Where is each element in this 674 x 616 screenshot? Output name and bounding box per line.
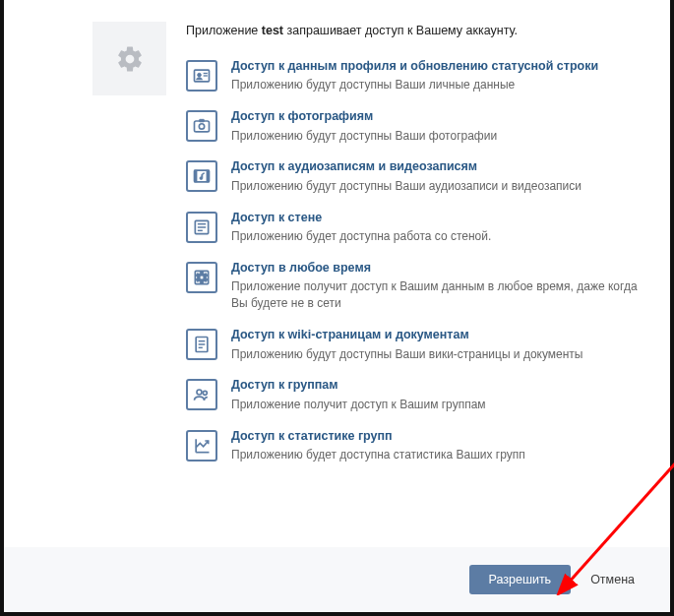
- permission-desc: Приложению будет доступна работа со стен…: [231, 228, 641, 245]
- svg-rect-4: [195, 121, 210, 132]
- permission-item: Доступ к данным профиля и обновлению ста…: [186, 58, 641, 93]
- permission-desc: Приложению будут доступны Ваши личные да…: [231, 77, 641, 93]
- permission-title: Доступ к группам: [231, 377, 641, 395]
- permission-item: Доступ к группамПриложение получит досту…: [186, 377, 641, 412]
- cancel-button[interactable]: Отмена: [584, 565, 641, 594]
- groups-icon: [186, 379, 217, 410]
- permission-item: Доступ к wiki-страницам и документамПрил…: [186, 327, 641, 362]
- svg-point-20: [203, 392, 207, 396]
- svg-rect-8: [195, 171, 198, 183]
- gear-icon: [115, 44, 145, 74]
- permission-desc: Приложение получит доступ к Вашим данным…: [231, 278, 641, 312]
- permission-title: Доступ к wiki-страницам и документам: [231, 327, 641, 344]
- offline-icon: [186, 262, 217, 293]
- wall-icon: [186, 212, 217, 243]
- permission-desc: Приложение получит доступ к Вашим группа…: [231, 397, 641, 413]
- svg-rect-6: [200, 119, 205, 122]
- permission-title: Доступ в любое время: [231, 260, 641, 277]
- allow-button[interactable]: Разрешить: [469, 565, 572, 594]
- intro-suffix: запрашивает доступ к Вашему аккаунту.: [283, 24, 518, 37]
- permission-item: Доступ к стенеПриложению будет доступна …: [186, 210, 641, 245]
- permission-title: Доступ к аудиозаписям и видеозаписям: [231, 158, 641, 176]
- audio-video-icon: [186, 160, 217, 192]
- wiki-docs-icon: [186, 329, 217, 360]
- stats-icon: [186, 430, 217, 462]
- permission-title: Доступ к стене: [231, 210, 641, 227]
- permission-desc: Приложению будут доступны Ваши аудиозапи…: [231, 178, 641, 195]
- permission-item: Доступ к фотографиямПриложению будут дос…: [186, 108, 641, 144]
- permission-list: Доступ к данным профиля и обновлению ста…: [186, 58, 641, 463]
- dialog-footer: Разрешить Отмена: [4, 547, 670, 612]
- svg-point-1: [198, 73, 202, 77]
- permission-desc: Приложению будет доступна статистика Ваш…: [231, 447, 641, 463]
- svg-point-19: [197, 390, 202, 395]
- intro-prefix: Приложение: [186, 24, 262, 37]
- permission-intro: Приложение test запрашивает доступ к Ваш…: [186, 22, 641, 40]
- permission-item: Доступ к аудиозаписям и видеозаписямПрил…: [186, 158, 641, 194]
- permission-title: Доступ к данным профиля и обновлению ста…: [231, 58, 641, 76]
- svg-point-5: [199, 124, 204, 129]
- permission-title: Доступ к фотографиям: [231, 108, 641, 126]
- app-name: test: [262, 24, 283, 37]
- permission-item: Доступ в любое времяПриложение получит д…: [186, 260, 641, 312]
- permission-item: Доступ к статистике группПриложению буде…: [186, 428, 641, 463]
- photos-icon: [186, 110, 217, 142]
- permission-title: Доступ к статистике групп: [231, 428, 641, 446]
- permission-desc: Приложению будут доступны Ваши фотографи…: [231, 128, 641, 145]
- profile-icon: [186, 60, 217, 92]
- app-avatar: [92, 22, 166, 95]
- svg-rect-9: [207, 171, 210, 183]
- permission-desc: Приложению будут доступны Ваши вики-стра…: [231, 346, 641, 363]
